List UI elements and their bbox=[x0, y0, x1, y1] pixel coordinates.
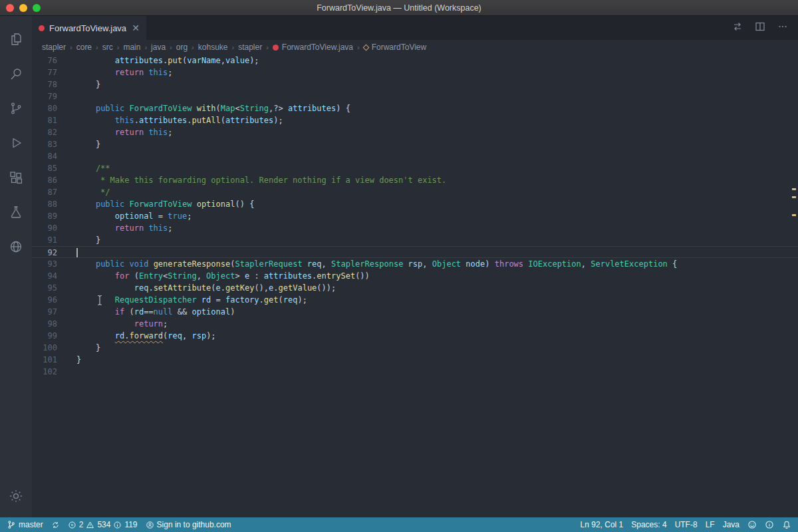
code-text bbox=[57, 150, 76, 162]
code-text: } bbox=[57, 138, 100, 150]
code-text: */ bbox=[57, 186, 110, 198]
zoom-window-button[interactable] bbox=[33, 4, 41, 12]
code-text: this.attributes.putAll(attributes); bbox=[57, 114, 283, 126]
code-text: attributes.put(varName,value); bbox=[57, 55, 259, 66]
line-number: 94 bbox=[32, 270, 57, 282]
breadcrumb: stapler›core›src›main›java›org›kohsuke›s… bbox=[32, 40, 798, 55]
extensions-icon[interactable] bbox=[0, 160, 32, 195]
language-mode[interactable]: Java bbox=[723, 520, 739, 529]
more-actions-icon[interactable] bbox=[777, 21, 789, 35]
git-branch-indicator[interactable]: master bbox=[7, 520, 43, 529]
testing-icon[interactable] bbox=[0, 195, 32, 229]
code-line: 86 * Make this forwarding optional. Rend… bbox=[32, 174, 798, 186]
code-line: 80 public ForwardToView with(Map<String,… bbox=[32, 102, 798, 114]
code-editor[interactable]: 76 attributes.put(varName,value);77 retu… bbox=[32, 55, 798, 517]
line-number: 86 bbox=[32, 174, 57, 186]
github-signin-button[interactable]: Sign in to github.com bbox=[146, 520, 231, 529]
breadcrumb-separator: › bbox=[168, 43, 174, 51]
breadcrumb-item[interactable]: core bbox=[76, 43, 92, 52]
code-text: if (rd==null && optional) bbox=[57, 306, 235, 318]
breadcrumb-item[interactable]: kohsuke bbox=[198, 43, 228, 52]
code-line: 77 return this; bbox=[32, 66, 798, 78]
code-line: 100 } bbox=[32, 342, 798, 354]
remote-globe-icon[interactable] bbox=[0, 229, 32, 264]
line-number: 81 bbox=[32, 114, 57, 126]
error-count: 2 bbox=[79, 520, 84, 529]
breadcrumb-separator: › bbox=[68, 43, 74, 51]
editor-actions bbox=[732, 16, 798, 40]
cursor-position[interactable]: Ln 92, Col 1 bbox=[581, 520, 624, 529]
breadcrumb-item[interactable]: stapler bbox=[42, 43, 66, 52]
error-icon bbox=[68, 521, 76, 529]
open-changes-icon[interactable] bbox=[732, 21, 743, 35]
line-number: 99 bbox=[32, 330, 57, 342]
breadcrumb-item[interactable]: org bbox=[176, 43, 188, 52]
line-number: 78 bbox=[32, 78, 57, 90]
indentation-setting[interactable]: Spaces: 4 bbox=[631, 520, 666, 529]
breadcrumb-item[interactable]: ForwardToView bbox=[364, 43, 426, 52]
line-number: 80 bbox=[32, 102, 57, 114]
eol-setting[interactable]: LF bbox=[706, 520, 715, 529]
search-icon[interactable] bbox=[0, 57, 32, 91]
code-text: return this; bbox=[57, 66, 173, 78]
text-caret bbox=[76, 248, 78, 257]
close-window-button[interactable] bbox=[6, 4, 14, 12]
breadcrumb-separator: › bbox=[142, 43, 149, 51]
explorer-icon[interactable] bbox=[0, 22, 32, 57]
code-line: 90 return this; bbox=[32, 222, 798, 234]
code-text: } bbox=[57, 342, 100, 354]
settings-gear-icon[interactable] bbox=[0, 479, 32, 513]
code-line: 89 optional = true; bbox=[32, 210, 798, 222]
breadcrumb-item[interactable]: stapler bbox=[238, 43, 262, 52]
line-number: 92 bbox=[32, 247, 57, 257]
breadcrumb-separator: › bbox=[264, 43, 271, 51]
breadcrumb-item[interactable]: src bbox=[102, 43, 113, 52]
code-line: 91 } bbox=[32, 234, 798, 246]
warning-icon bbox=[86, 521, 94, 529]
encoding-setting[interactable]: UTF-8 bbox=[675, 520, 698, 529]
line-number: 98 bbox=[32, 318, 57, 330]
problems-indicator[interactable]: 2 534 119 bbox=[68, 520, 138, 529]
info-circle-icon[interactable] bbox=[765, 520, 774, 529]
code-line: 84 bbox=[32, 150, 798, 162]
split-editor-icon[interactable] bbox=[754, 21, 766, 35]
breadcrumb-item[interactable]: java bbox=[151, 43, 166, 52]
code-text: * Make this forwarding optional. Render … bbox=[57, 174, 446, 186]
close-tab-icon[interactable]: ✕ bbox=[132, 23, 140, 33]
overview-ruler-warning-marker bbox=[792, 188, 796, 190]
code-text: for (Entry<String, Object> e : attribute… bbox=[57, 270, 370, 282]
code-text: public void generateResponse(StaplerRequ… bbox=[57, 258, 677, 270]
class-symbol-icon bbox=[362, 44, 369, 51]
code-text: } bbox=[57, 234, 100, 246]
java-file-icon bbox=[273, 45, 279, 51]
breadcrumb-separator: › bbox=[229, 43, 236, 51]
line-number: 79 bbox=[32, 90, 57, 102]
line-number: 100 bbox=[32, 342, 57, 354]
code-line: 83 } bbox=[32, 138, 798, 150]
line-number: 83 bbox=[32, 138, 57, 150]
run-debug-icon[interactable] bbox=[0, 126, 32, 160]
line-number: 89 bbox=[32, 210, 57, 222]
line-number: 101 bbox=[32, 354, 57, 366]
sync-icon[interactable] bbox=[51, 521, 60, 529]
breadcrumb-item[interactable]: ForwardToView.java bbox=[273, 43, 353, 52]
notifications-bell-icon[interactable] bbox=[782, 520, 791, 529]
window-controls bbox=[6, 4, 41, 12]
feedback-smiley-icon[interactable] bbox=[747, 520, 757, 529]
source-control-icon[interactable] bbox=[0, 91, 32, 126]
code-line: 99 rd.forward(req, rsp); bbox=[32, 330, 798, 342]
overview-ruler-warning-marker bbox=[792, 214, 796, 216]
line-number: 96 bbox=[32, 294, 57, 306]
warning-count: 534 bbox=[97, 520, 110, 529]
code-text: RequestDispatcher rd = factory.get(req); bbox=[57, 294, 307, 306]
code-text: optional = true; bbox=[57, 210, 192, 222]
line-number: 102 bbox=[32, 366, 57, 378]
breadcrumb-item[interactable]: main bbox=[123, 43, 140, 52]
code-text: return this; bbox=[57, 222, 173, 234]
code-line: 95 req.setAttribute(e.getKey(),e.getValu… bbox=[32, 282, 798, 294]
minimize-window-button[interactable] bbox=[19, 4, 27, 12]
status-bar: master 2 534 119 Sign in to github.com L… bbox=[0, 517, 798, 532]
info-icon bbox=[113, 521, 122, 529]
tab-forwardtoview-java[interactable]: ForwardToView.java ✕ bbox=[32, 16, 146, 40]
line-number: 87 bbox=[32, 186, 57, 198]
